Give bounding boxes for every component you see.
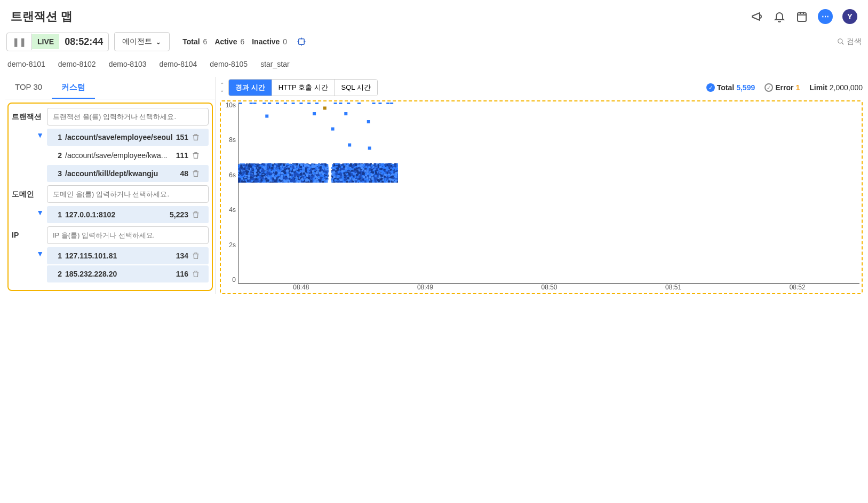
seg-http[interactable]: HTTP 호출 시간: [272, 80, 335, 96]
list-item[interactable]: 1/account/save/employee/seoul151: [47, 129, 209, 146]
metric-segmented: 경과 시간 HTTP 호출 시간 SQL 시간: [228, 79, 378, 96]
stat-limit-label: Limit: [809, 83, 827, 92]
agent-select[interactable]: 에이전트 ⌄: [114, 32, 170, 51]
filter-label-domain: 도메인: [12, 185, 47, 199]
filter-tx-rows: ▼ 1/account/save/employee/seoul1512/acco…: [12, 129, 209, 182]
row-text: /account/save/employee/seoul: [65, 133, 173, 142]
x-axis: 08:4808:4908:5008:5108:52: [239, 284, 859, 293]
target-icon[interactable]: [297, 37, 306, 46]
row-text: /account/kill/dept/kwangju: [65, 169, 177, 178]
list-item[interactable]: 2185.232.228.20116: [47, 265, 209, 282]
filter-ip: IP: [12, 226, 209, 244]
list-item[interactable]: 3/account/kill/dept/kwangju48: [47, 165, 209, 182]
stat-limit: Limit 2,000,000: [809, 83, 863, 92]
svg-rect-1: [299, 39, 305, 45]
row-text: 127.0.0.1:8102: [65, 210, 166, 219]
avatar[interactable]: Y: [842, 9, 857, 24]
main: TOP 30 커스텀 트랜잭션 ▼ 1/account/save/employe…: [0, 77, 868, 305]
list-item[interactable]: 2/account/save/employee/kwa...111: [47, 147, 209, 164]
trash-icon[interactable]: [192, 151, 204, 160]
y-axis: 10s8s6s4s2s0: [221, 101, 238, 284]
row-index: 1: [51, 252, 62, 260]
stat-error-label: Error: [775, 83, 793, 92]
search[interactable]: 검색: [837, 37, 862, 46]
chat-icon[interactable]: ⋯: [818, 9, 833, 24]
check-icon: ✓: [765, 83, 773, 92]
active-label: Active: [214, 37, 237, 46]
pause-button[interactable]: ❚❚: [7, 34, 32, 50]
live-badge: LIVE: [32, 34, 59, 49]
collapse-icon[interactable]: ▼: [36, 208, 44, 217]
toolbar: ❚❚ LIVE 08:52:44 에이전트 ⌄ Total 6 Active 6…: [0, 29, 868, 54]
seg-elapsed[interactable]: 경과 시간: [229, 80, 272, 96]
demo-item[interactable]: demo-8104: [159, 60, 197, 68]
filter-label-ip: IP: [12, 226, 47, 239]
active-value: 6: [240, 37, 244, 46]
collapse-icon[interactable]: ▼: [36, 249, 44, 258]
live-control: ❚❚ LIVE 08:52:44: [6, 33, 109, 51]
calendar-icon[interactable]: [795, 10, 808, 23]
demo-item[interactable]: demo-8105: [210, 60, 248, 68]
plot[interactable]: 10s8s6s4s2s0 08:4808:4908:5008:5108:52: [220, 100, 863, 294]
demo-tabs: demo-8101 demo-8102 demo-8103 demo-8104 …: [0, 54, 868, 77]
app-header: 트랜잭션 맵 ⋯ Y: [0, 0, 868, 29]
header-actions: ⋯ Y: [751, 9, 857, 24]
trash-icon[interactable]: [192, 210, 204, 219]
tab-custom[interactable]: 커스텀: [52, 77, 95, 99]
inactive-label: Inactive: [252, 37, 280, 46]
announce-icon[interactable]: [751, 10, 763, 23]
filter-ip-rows: ▼ 1127.115.101.811342185.232.228.20116: [12, 247, 209, 282]
domain-input[interactable]: [47, 185, 209, 203]
row-index: 3: [51, 169, 62, 178]
demo-item[interactable]: demo-8103: [109, 60, 147, 68]
row-index: 1: [51, 133, 62, 142]
search-icon: [837, 38, 845, 45]
row-count: 48: [180, 169, 188, 178]
chevron-down-icon: ⌄: [220, 88, 224, 93]
seg-sql[interactable]: SQL 시간: [335, 80, 377, 96]
row-text: 127.115.101.81: [65, 252, 173, 260]
sort-toggle[interactable]: ⌃⌄: [220, 82, 224, 93]
stat-error: ✓ Error 1: [765, 83, 800, 92]
row-count: 116: [176, 270, 188, 278]
chart-stats: ✓ Total 5,599 ✓ Error 1 Limit 2,000,000: [706, 83, 863, 92]
total-value: 6: [203, 37, 208, 46]
ip-input[interactable]: [47, 226, 209, 244]
row-index: 2: [51, 270, 62, 278]
stat-error-value: 1: [795, 83, 800, 92]
agent-select-label: 에이전트: [122, 37, 152, 46]
page-title: 트랜잭션 맵: [11, 9, 73, 25]
stat-total-label: Total: [717, 83, 734, 92]
tab-top30[interactable]: TOP 30: [5, 77, 52, 99]
search-label: 검색: [847, 37, 862, 46]
svg-point-2: [838, 39, 842, 43]
row-text: 185.232.228.20: [65, 270, 173, 278]
total-label: Total: [182, 37, 200, 46]
check-icon: ✓: [706, 83, 715, 92]
row-count: 111: [176, 151, 188, 160]
trash-icon[interactable]: [192, 133, 204, 142]
filter-label-tx: 트랜잭션: [12, 108, 47, 122]
row-count: 151: [176, 133, 188, 142]
demo-item[interactable]: demo-8102: [58, 60, 96, 68]
row-count: 5,223: [170, 210, 188, 219]
list-item[interactable]: 1127.0.0.1:81025,223: [47, 206, 209, 223]
demo-item[interactable]: star_star: [260, 60, 289, 68]
trash-icon[interactable]: [192, 270, 204, 278]
inactive-value: 0: [283, 37, 287, 46]
trash-icon[interactable]: [192, 169, 204, 178]
trash-icon[interactable]: [192, 252, 204, 260]
list-item[interactable]: 1127.115.101.81134: [47, 247, 209, 264]
demo-item[interactable]: demo-8101: [7, 60, 45, 68]
chart-area: ⌃⌄ 경과 시간 HTTP 호출 시간 SQL 시간 ✓ Total 5,599…: [220, 77, 863, 294]
tx-input[interactable]: [47, 108, 209, 125]
bell-icon[interactable]: [773, 10, 786, 23]
row-text: /account/save/employee/kwa...: [65, 151, 173, 160]
current-time: 08:52:44: [59, 33, 108, 51]
filter-panel: 트랜잭션 ▼ 1/account/save/employee/seoul1512…: [7, 103, 213, 291]
stat-limit-value: 2,000,000: [830, 83, 863, 92]
filter-domain: 도메인: [12, 185, 209, 203]
scatter-canvas: [238, 103, 398, 183]
filter-transaction: 트랜잭션: [12, 108, 209, 125]
collapse-icon[interactable]: ▼: [36, 131, 44, 139]
